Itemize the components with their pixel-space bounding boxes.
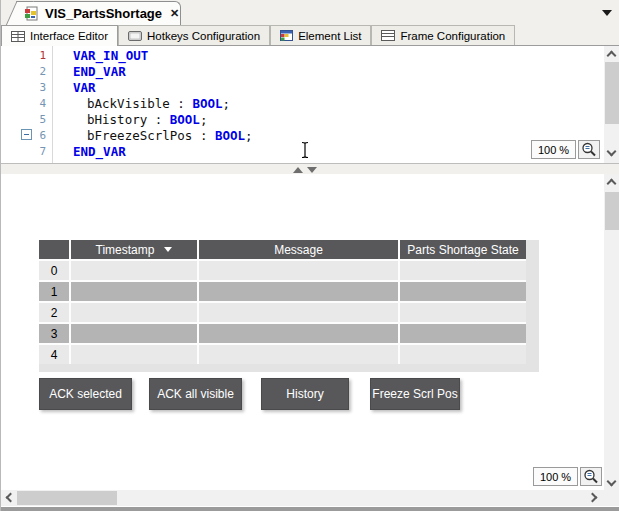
freeze-scrl-pos-button[interactable]: Freeze Scrl Pos [370,378,460,410]
close-icon[interactable]: ✕ [168,7,181,20]
row-index[interactable]: 2 [39,303,69,322]
code-line: VAR_IN_OUT [73,48,253,64]
gutter-separator [52,46,53,163]
splitter-collapse-down-icon[interactable] [307,167,317,173]
code-line: bHistory : BOOL; [73,112,253,128]
scrollbar-corner [604,490,619,506]
viz-zoom-level[interactable]: 100 % [533,467,578,486]
keyboard-icon [128,31,142,41]
tab-element-list[interactable]: Element List [270,25,371,45]
tab-label: Frame Configuration [400,30,505,42]
scroll-right-icon[interactable] [588,493,598,503]
viz-vertical-scrollbar[interactable] [604,174,619,506]
tab-label: Hotkeys Configuration [147,30,260,42]
alarm-cell[interactable] [71,282,197,301]
row-index[interactable]: 4 [39,345,69,364]
editor-zoom-button[interactable] [578,140,600,159]
alarm-cell[interactable] [199,345,398,364]
scrollbar-thumb[interactable] [605,62,619,124]
alarm-cell[interactable] [400,303,526,322]
editor-window: VIS_PartsShortage ✕ Interface Editor Hot… [0,0,619,511]
code-line: bFreezeScrlPos : BOOL; [73,128,253,144]
magnifier-icon [581,142,597,157]
scroll-down-icon[interactable] [607,147,617,157]
ack-all-visible-button[interactable]: ACK all visible [149,378,242,410]
row-index[interactable]: 3 [39,324,69,343]
header-cell-state[interactable]: Parts Shortage State [400,240,526,259]
viz-horizontal-scrollbar[interactable] [1,490,604,506]
code-line: END_VAR [73,144,253,160]
line-number: 3 [1,80,48,96]
line-number: 6 [1,128,48,144]
alarm-cell[interactable] [71,324,197,343]
scroll-down-icon[interactable] [607,477,617,487]
subtab-bar: Interface Editor Hotkeys Configuration E… [1,25,619,46]
scroll-left-icon[interactable] [6,493,16,503]
ack-selected-button[interactable]: ACK selected [39,378,132,410]
editor-zoom-level[interactable]: 100 % [531,140,576,159]
tab-list-dropdown-icon[interactable] [602,10,612,16]
sort-desc-icon [164,247,172,252]
pane-splitter[interactable] [1,163,619,174]
form-icon [381,30,395,41]
alarm-cell[interactable] [71,345,197,364]
text-cursor [299,141,311,159]
tab-frame-configuration[interactable]: Frame Configuration [371,25,515,45]
document-tab-title: VIS_PartsShortage [45,6,162,21]
code-lines: VAR_IN_OUT END_VAR VAR bAckVisible : BOO… [73,48,253,160]
window-bottom-border [1,507,619,511]
tab-label: Interface Editor [30,30,108,42]
alarm-table-grid: Timestamp Message Parts Shortage State 0… [39,240,526,364]
declaration-editor[interactable]: 1 2 3 4 5 6 7 VAR_IN_OUT END_VAR VAR bAc… [1,46,604,163]
line-number: 2 [1,64,48,80]
alarm-cell[interactable] [400,282,526,301]
form-icon [11,31,25,42]
scroll-up-icon[interactable] [607,179,617,189]
line-number: 1 [1,48,48,64]
alarm-cell[interactable] [199,261,398,280]
line-number: 4 [1,96,48,112]
alarm-table-element: Timestamp Message Parts Shortage State 0… [39,240,539,372]
alarm-cell[interactable] [400,345,526,364]
scroll-up-icon[interactable] [607,51,617,61]
document-tab-bar: VIS_PartsShortage ✕ [1,0,619,25]
line-number: 7 [1,144,48,160]
header-cell-timestamp[interactable]: Timestamp [71,240,197,259]
alarm-cell[interactable] [199,282,398,301]
alarm-cell[interactable] [199,324,398,343]
alarm-cell[interactable] [71,303,197,322]
tab-label: Element List [298,30,361,42]
element-list-icon [280,30,293,41]
document-tab[interactable]: VIS_PartsShortage ✕ [19,1,181,25]
alarm-cell[interactable] [400,324,526,343]
splitter-collapse-up-icon[interactable] [293,167,303,173]
history-button[interactable]: History [261,378,349,410]
alarm-cell[interactable] [71,261,197,280]
tab-interface-editor[interactable]: Interface Editor [1,25,118,46]
visualization-canvas[interactable]: Timestamp Message Parts Shortage State 0… [1,174,604,490]
header-cell-index[interactable] [39,240,69,259]
line-number: 5 [1,112,48,128]
alarm-cell[interactable] [400,261,526,280]
line-number-gutter: 1 2 3 4 5 6 7 [1,48,48,160]
visualization-file-icon [24,6,39,21]
tab-hotkeys-configuration[interactable]: Hotkeys Configuration [118,25,270,45]
scrollbar-thumb[interactable] [17,491,117,505]
header-cell-message[interactable]: Message [199,240,398,259]
code-line: END_VAR [73,64,253,80]
viz-zoom-button[interactable] [580,467,602,486]
row-index[interactable]: 1 [39,282,69,301]
editor-vertical-scrollbar[interactable] [604,46,619,163]
code-line: bAckVisible : BOOL; [73,96,253,112]
row-index[interactable]: 0 [39,261,69,280]
scrollbar-thumb[interactable] [605,192,619,230]
magnifier-icon [583,469,599,484]
alarm-cell[interactable] [199,303,398,322]
code-line: VAR [73,80,253,96]
